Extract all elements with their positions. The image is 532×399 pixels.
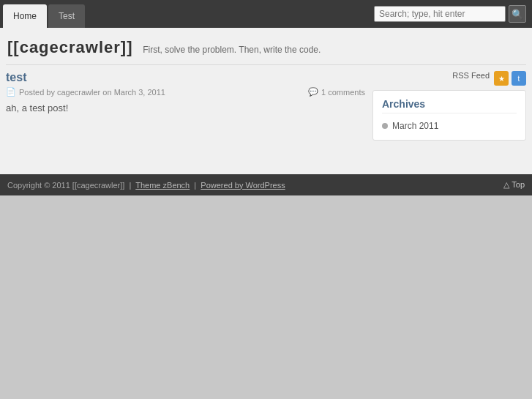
content-area: test 📄 Posted by cagecrawler on March 3,… [0, 71, 532, 148]
tab-home[interactable]: Home [3, 4, 47, 28]
comment-icon: 💬 [308, 87, 318, 97]
site-title: [[cagecrawler]] [7, 38, 133, 56]
footer-copyright: Copyright © 2011 [[cagecrawler]] [7, 181, 124, 190]
post-comments-link[interactable]: 💬 1 comments [308, 87, 365, 97]
footer-powered-link[interactable]: Powered by WordPress [201, 181, 285, 190]
navbar: Home Test 🔍 [0, 0, 532, 28]
main-wrapper: [[cagecrawler]] First, solve the problem… [0, 28, 532, 174]
sidebar-icons: RSS Feed ★ t [372, 71, 526, 86]
archive-bullet [382, 123, 388, 129]
page-icon: 📄 [6, 87, 16, 97]
comments-count: 1 comments [321, 88, 365, 97]
sidebar: RSS Feed ★ t Archives March 2011 [372, 71, 526, 141]
archives-box: Archives March 2011 [372, 90, 526, 141]
site-tagline: First, solve the problem. Then, write th… [143, 45, 321, 55]
footer-top-link[interactable]: △ Top [503, 180, 525, 190]
archive-label: March 2011 [392, 121, 438, 131]
footer-theme-link[interactable]: Theme zBench [135, 181, 190, 190]
archive-item-march2011[interactable]: March 2011 [382, 119, 517, 133]
post-meta-text: Posted by cagecrawler on March 3, 2011 [19, 88, 165, 97]
footer-left: Copyright © 2011 [[cagecrawler]] | Theme… [7, 181, 285, 190]
post-meta: 📄 Posted by cagecrawler on March 3, 2011… [6, 87, 365, 97]
footer: Copyright © 2011 [[cagecrawler]] | Theme… [0, 174, 532, 195]
search-input[interactable] [374, 6, 506, 22]
tab-test[interactable]: Test [48, 4, 85, 28]
post-title[interactable]: test [6, 71, 365, 84]
rss-text: RSS Feed [452, 71, 490, 86]
main-content: test 📄 Posted by cagecrawler on March 3,… [6, 71, 365, 141]
content-divider [6, 64, 526, 65]
rss-icon[interactable]: ★ [494, 71, 509, 86]
post-body: ah, a test post! [6, 102, 365, 113]
nav-tabs: Home Test [0, 0, 86, 28]
site-header: [[cagecrawler]] First, solve the problem… [0, 28, 532, 64]
twitter-icon[interactable]: t [512, 71, 526, 86]
archives-title: Archives [382, 98, 517, 113]
search-button[interactable]: 🔍 [509, 5, 526, 23]
search-area: 🔍 [368, 0, 532, 28]
